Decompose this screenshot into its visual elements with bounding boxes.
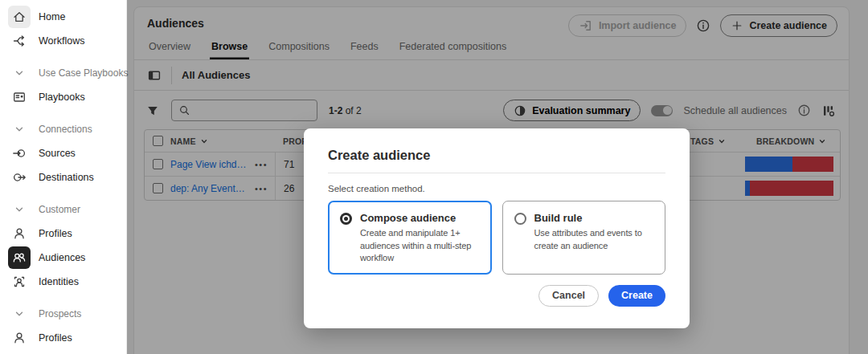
radio-unselected-icon[interactable] <box>514 213 526 225</box>
profile-person-icon <box>8 327 31 349</box>
sidebar-item-destinations[interactable]: Destinations <box>0 165 126 189</box>
modal-subtitle: Select creation method. <box>328 184 665 193</box>
sidebar-section-label: Prospects <box>39 308 81 319</box>
sidebar-section-use-case-playbooks[interactable]: Use Case Playbooks <box>0 61 126 85</box>
modal-divider <box>328 173 665 173</box>
sidebar-item-label: Audiences <box>39 252 85 263</box>
sidebar-item-sources[interactable]: Sources <box>0 141 126 165</box>
sidebar-item-label: Sources <box>39 148 76 159</box>
sidebar-item-prospect-profiles[interactable]: Profiles <box>0 326 126 350</box>
sidebar-item-profiles[interactable]: Profiles <box>0 222 126 246</box>
option-description: Create and manipulate 1+ audiences withi… <box>360 227 481 265</box>
identities-icon <box>8 271 31 293</box>
workflows-icon <box>8 30 31 52</box>
main-area: Audiences Import audience Create audienc… <box>127 0 868 354</box>
sidebar-item-label: Profiles <box>39 228 72 239</box>
chevron-down-icon <box>8 198 31 221</box>
sidebar-item-label: Workflows <box>39 35 84 47</box>
sidebar-item-label: Playbooks <box>39 92 85 103</box>
sidebar-section-customer[interactable]: Customer <box>0 197 126 222</box>
sidebar-item-workflows[interactable]: Workflows <box>0 29 126 53</box>
sidebar-item-label: Destinations <box>39 172 94 183</box>
sidebar-item-label: Identities <box>39 276 79 287</box>
option-text: Build rule Use attributes and events to … <box>534 212 656 265</box>
chevron-down-icon <box>8 118 31 140</box>
sidebar-item-identities[interactable]: Identities <box>0 270 126 294</box>
option-title: Build rule <box>534 212 656 224</box>
audiences-group-icon <box>8 246 31 269</box>
audiences-group-icon <box>8 351 31 354</box>
sidebar-section-label: Connections <box>39 124 92 135</box>
home-icon <box>8 6 31 28</box>
sources-icon <box>8 142 31 165</box>
modal-title: Create audience <box>328 148 665 163</box>
option-title: Compose audience <box>360 212 481 224</box>
sidebar: Home Workflows Use Case Playbooks Playbo… <box>0 0 127 354</box>
radio-inner-ring <box>342 215 350 222</box>
sidebar-item-label: Home <box>39 11 65 22</box>
create-audience-modal: Create audience Select creation method. … <box>304 128 690 328</box>
option-description: Use attributes and events to create an a… <box>534 227 656 252</box>
sidebar-section-label: Customer <box>39 204 80 215</box>
radio-selected-icon[interactable] <box>340 213 352 225</box>
sidebar-item-prospect-audiences[interactable]: Audiences <box>0 350 126 354</box>
cancel-button[interactable]: Cancel <box>538 285 599 307</box>
option-build-rule[interactable]: Build rule Use attributes and events to … <box>502 201 666 275</box>
sidebar-item-home[interactable]: Home <box>0 5 126 29</box>
option-text: Compose audience Create and manipulate 1… <box>360 212 481 265</box>
sidebar-item-label: Profiles <box>39 332 72 344</box>
modal-footer: Cancel Create <box>328 285 665 307</box>
destinations-icon <box>8 166 31 189</box>
creation-method-options: Compose audience Create and manipulate 1… <box>328 201 665 275</box>
sidebar-section-connections[interactable]: Connections <box>0 117 126 141</box>
chevron-down-icon <box>8 62 31 84</box>
chevron-down-icon <box>8 303 31 325</box>
playbooks-icon <box>8 86 31 108</box>
sidebar-section-prospects[interactable]: Prospects <box>0 302 126 326</box>
sidebar-item-playbooks[interactable]: Playbooks <box>0 85 126 109</box>
create-button[interactable]: Create <box>608 285 665 307</box>
profile-person-icon <box>8 222 31 245</box>
sidebar-section-label: Use Case Playbooks <box>39 67 128 79</box>
option-compose-audience[interactable]: Compose audience Create and manipulate 1… <box>328 201 492 275</box>
radio-core-dot <box>344 217 348 221</box>
sidebar-item-audiences[interactable]: Audiences <box>0 246 126 270</box>
